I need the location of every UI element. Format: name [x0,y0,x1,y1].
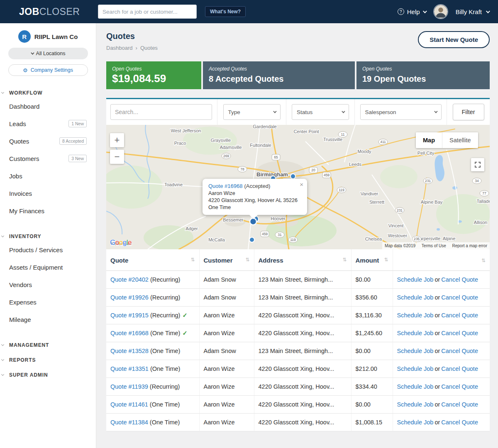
section-management[interactable]: MANAGEMENT [0,342,96,348]
customer-cell: Aaron Wize [199,360,254,378]
address-cell: 4220 Glasscott Xing, Hoov... [254,324,351,342]
map-pin[interactable] [290,174,295,179]
svg-text:459: 459 [324,173,330,177]
schedule-job-link[interactable]: Schedule Job [397,330,434,336]
user-menu[interactable]: Billy Kraft [456,8,489,15]
breadcrumb-dashboard[interactable]: Dashboard [106,45,133,51]
all-locations-dropdown[interactable]: All Locations [8,48,88,59]
schedule-job-link[interactable]: Schedule Job [397,348,434,354]
global-search-input[interactable] [98,5,197,19]
quote-link[interactable]: Quote #11461 [110,401,148,408]
section-super-admin[interactable]: SUPER ADMIN [0,372,96,378]
map-place-label: Toadvine [164,182,183,187]
table-row: Quote #13351(One Time) Aaron Wize 4220 G… [106,360,490,378]
fullscreen-button[interactable] [471,158,484,171]
cancel-quote-link[interactable]: Cancel Quote [441,348,478,354]
whats-new-button[interactable]: What's New? [205,6,246,17]
chevron-down-icon [273,110,276,113]
section-reports[interactable]: REPORTS [0,357,96,363]
schedule-job-link[interactable]: Schedule Job [397,276,434,283]
column-header-quote[interactable]: ⇅Quote [106,249,199,271]
chevron-down-icon [486,9,490,13]
map-place-label: Alpine Bay [421,200,443,205]
sidebar-item[interactable]: Dashboard [0,97,96,115]
column-header-actions[interactable]: ⇅ [393,249,490,271]
chevron-down-icon [342,110,345,113]
cancel-quote-link[interactable]: Cancel Quote [441,401,478,408]
info-window-quote-link[interactable]: Quote #16968 [208,183,242,189]
sidebar-item[interactable]: Leads 1 New [0,115,96,132]
quote-link[interactable]: Quote #13528 [110,348,149,354]
map-pin[interactable] [250,218,256,225]
sidebar-item[interactable]: Quotes 8 Accepted [0,132,96,150]
quote-link[interactable]: Quote #16968 [110,330,149,336]
start-new-quote-button[interactable]: Start New Quote [418,31,490,48]
schedule-job-link[interactable]: Schedule Job [397,294,434,301]
table-row: Quote #16968(One Time)✓ Aaron Wize 4220 … [106,324,490,342]
sidebar-item[interactable]: Expenses [0,293,96,311]
cancel-quote-link[interactable]: Cancel Quote [441,330,478,336]
address-cell: 123 Main Street, Birmingh... [254,342,351,360]
report-map-error-link[interactable]: Report a map error [452,243,487,248]
sidebar-item[interactable]: Assets / Equipment [0,258,96,276]
type-select[interactable]: Type [223,104,281,120]
amount-cell: $356.60 [351,289,393,307]
zoom-in-button[interactable]: + [110,133,124,147]
quote-link[interactable]: Quote #20402 [110,276,149,283]
terms-of-use-link[interactable]: Terms of Use [422,243,446,248]
company-settings-button[interactable]: ⚙ Company Settings [8,64,88,76]
section-inventory[interactable]: INVENTORY [0,234,96,239]
amount-cell: $0.00 [351,271,393,289]
help-menu[interactable]: ? Help [398,8,426,15]
satellite-view-button[interactable]: Satellite [442,132,478,148]
google-logo[interactable]: Google [110,239,132,247]
schedule-job-link[interactable]: Schedule Job [397,383,434,390]
route-shield: 77 [480,190,489,196]
svg-text:459: 459 [262,232,268,236]
stats-row: Open Quotes $19,084.59 Accepted Quotes 8… [106,61,490,89]
zoom-out-button[interactable]: − [110,150,124,164]
sidebar-item[interactable]: Vendors [0,276,96,293]
quotes-map[interactable]: GardendaleWest JeffersonPracoGraysvilleA… [106,125,490,249]
sidebar-item[interactable]: Mileage [0,311,96,328]
cancel-quote-link[interactable]: Cancel Quote [441,294,478,301]
quote-link[interactable]: Quote #19915 [110,312,149,319]
sidebar-item[interactable]: Products / Services [0,241,96,258]
route-shield: 459 [261,231,269,237]
sidebar-item[interactable]: Customers 3 New [0,150,96,167]
schedule-job-link[interactable]: Schedule Job [397,419,434,426]
cancel-quote-link[interactable]: Cancel Quote [441,419,478,426]
sidebar-item[interactable]: Invoices [0,185,96,202]
salesperson-select[interactable]: Salesperson [360,104,442,120]
quote-link[interactable]: Quote #11939 [110,383,148,390]
schedule-job-link[interactable]: Schedule Job [397,401,434,408]
quote-link[interactable]: Quote #11384 [110,419,148,426]
map-place-label: Fultondale [250,143,271,148]
section-workflow[interactable]: WORKFLOW [0,90,96,96]
quote-link[interactable]: Quote #19926 [110,294,149,301]
schedule-job-link[interactable]: Schedule Job [397,312,434,319]
close-icon[interactable]: × [300,181,303,188]
map-place-label: Vincent [388,223,404,228]
status-select[interactable]: Status [292,104,349,120]
column-header-customer[interactable]: ⇅Customer [199,249,254,271]
cancel-quote-link[interactable]: Cancel Quote [441,276,478,283]
quotes-search-input[interactable] [110,104,212,120]
map-view-button[interactable]: Map [416,132,442,148]
amount-cell: $1,245.60 [351,324,393,342]
cancel-quote-link[interactable]: Cancel Quote [441,312,478,319]
column-header-amount[interactable]: ⇅Amount [351,249,393,271]
map-pin[interactable] [249,237,254,242]
filter-button[interactable]: Filter [453,104,484,120]
column-header-address[interactable]: ⇅Address [254,249,351,271]
quotes-table: ⇅Quote ⇅Customer ⇅Address ⇅Amount ⇅ Quot… [106,249,490,431]
sidebar-item-label: Customers [9,155,39,162]
cancel-quote-link[interactable]: Cancel Quote [441,383,478,390]
cancel-quote-link[interactable]: Cancel Quote [441,365,478,372]
user-avatar[interactable] [433,4,448,19]
quote-link[interactable]: Quote #13351 [110,365,149,372]
schedule-job-link[interactable]: Schedule Job [397,365,434,372]
sidebar-item[interactable]: My Finances [0,202,96,219]
sidebar-item[interactable]: Jobs [0,167,96,185]
chevron-down-icon [1,343,4,346]
